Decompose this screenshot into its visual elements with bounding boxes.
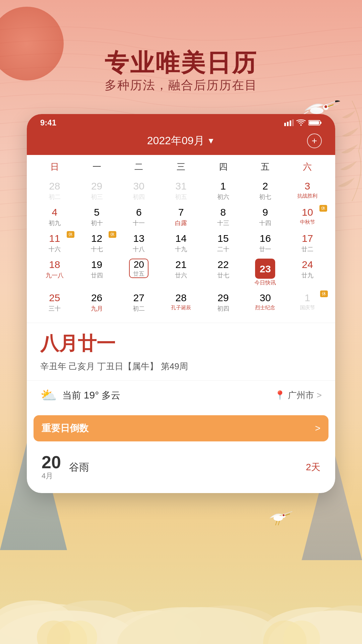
weather-info: 当前 19° 多云 [62, 389, 120, 402]
day-3[interactable]: 3 抗战胜利 [286, 178, 328, 203]
day-25[interactable]: 25 三十 [34, 290, 76, 315]
day-14[interactable]: 14 十九 [160, 230, 202, 255]
svg-point-9 [283, 514, 285, 516]
weather-arrow: > [317, 390, 322, 400]
day-22[interactable]: 22 廿七 [202, 257, 244, 288]
header-thursday: 四 [202, 158, 244, 175]
day-10[interactable]: 休 10 中秋节 [286, 204, 328, 229]
clouds-bottom [0, 503, 362, 644]
rest-badge-12: 休 [109, 231, 116, 238]
crane-bottom [268, 506, 295, 527]
day-31-prev[interactable]: 31 初五 [160, 178, 202, 203]
day-28-prev[interactable]: 28 初二 [34, 178, 76, 203]
svg-point-2 [324, 105, 327, 108]
day-9[interactable]: 9 十四 [244, 204, 287, 229]
location-pin-icon: 📍 [275, 390, 285, 400]
week-4: 18 九一八 19 廿四 20 廿五 21 廿六 22 廿七 [34, 257, 328, 288]
svg-rect-35 [309, 121, 319, 124]
svg-rect-30 [290, 120, 291, 126]
app-title: 专业唯美日历 [0, 47, 362, 79]
day-16[interactable]: 16 廿一 [244, 230, 287, 255]
countdown-date: 20 4月 [42, 453, 61, 481]
day-20[interactable]: 20 廿五 [118, 257, 160, 288]
day-19[interactable]: 19 廿四 [76, 257, 118, 288]
week-1: 28 初二 29 初三 30 初四 31 初五 1 初六 2 初七 [34, 178, 328, 203]
svg-point-0 [310, 107, 323, 114]
header-friday: 五 [244, 158, 287, 175]
day-17[interactable]: 17 廿二 [286, 230, 328, 255]
app-subtitle: 多种历法，融合后历历在目 [0, 77, 362, 94]
day-28[interactable]: 28 孔子诞辰 [160, 290, 202, 315]
status-icons [284, 119, 322, 126]
city-name: 广州市 [288, 389, 314, 401]
weather-icon: ⛅ [40, 387, 57, 403]
rest-badge-10: 休 [319, 205, 327, 212]
weather-left: ⛅ 当前 19° 多云 [40, 387, 120, 403]
day-30[interactable]: 30 烈士纪念 [244, 290, 287, 315]
calendar-header: 2022年09月 ▼ + [27, 130, 335, 155]
day-21[interactable]: 21 廿六 [160, 257, 202, 288]
time-display: 9:41 [40, 118, 56, 127]
calendar-month-title[interactable]: 2022年09月 [147, 133, 204, 148]
countdown-title: 重要日倒数 [42, 422, 88, 435]
countdown-header-arrow: > [315, 423, 320, 434]
day-12[interactable]: 休 12 十七 [76, 230, 118, 255]
svg-line-11 [278, 521, 280, 525]
header-monday: 一 [76, 158, 118, 175]
countdown-header[interactable]: 重要日倒数 > [34, 415, 328, 441]
day-1-next[interactable]: 休 1 国庆节 [286, 290, 328, 315]
countdown-item-1[interactable]: 20 4月 谷雨 2天 [34, 447, 328, 488]
week-2: 4 初九 5 初十 6 十一 7 白露 8 十三 9 十四 [34, 204, 328, 229]
svg-line-10 [276, 521, 277, 525]
status-bar: 9:41 [27, 114, 335, 130]
lunar-date-big: 八月廿一 [40, 331, 322, 357]
svg-point-7 [274, 516, 283, 521]
battery-icon [308, 119, 322, 126]
calendar-grid: 日 一 二 三 四 五 六 28 初二 29 初三 30 初四 31 [27, 155, 335, 323]
day-13[interactable]: 13 十八 [118, 230, 160, 255]
month-dropdown-arrow[interactable]: ▼ [207, 136, 215, 146]
countdown-event-name: 谷雨 [69, 461, 298, 474]
signal-icon [284, 119, 294, 126]
day-26[interactable]: 26 九月 [76, 290, 118, 315]
week-3: 休 11 十六 休 12 十七 13 十八 14 十九 15 二十 [34, 230, 328, 255]
weather-section[interactable]: ⛅ 当前 19° 多云 📍 广州市 > [27, 380, 335, 410]
day-2[interactable]: 2 初七 [244, 178, 287, 203]
day-27[interactable]: 27 初二 [118, 290, 160, 315]
week-5: 25 三十 26 九月 27 初二 28 孔子诞辰 29 初四 30 烈士纪念 [34, 290, 328, 315]
day-11[interactable]: 休 11 十六 [34, 230, 76, 255]
day-29-prev[interactable]: 29 初三 [76, 178, 118, 203]
svg-rect-28 [284, 123, 286, 126]
weather-location[interactable]: 📍 广州市 > [275, 389, 322, 401]
lunar-info-section: 八月廿一 辛丑年 己亥月 丁丑日【属牛】 第49周 [27, 323, 335, 380]
header-tuesday: 二 [118, 158, 160, 175]
day-headers: 日 一 二 三 四 五 六 [34, 158, 328, 175]
svg-point-32 [300, 124, 302, 126]
phone-mockup: 9:41 2022年09月 ▼ + [27, 114, 335, 493]
weather-temp: 19° [84, 389, 99, 400]
day-15[interactable]: 15 二十 [202, 230, 244, 255]
weather-prefix: 当前 [62, 390, 81, 400]
day-5[interactable]: 5 初十 [76, 204, 118, 229]
rest-badge-1next: 休 [320, 290, 328, 297]
svg-rect-31 [292, 119, 294, 126]
day-23-today[interactable]: 23 今日快讯 [244, 257, 287, 288]
add-event-button[interactable]: + [307, 133, 322, 148]
day-30-prev[interactable]: 30 初四 [118, 178, 160, 203]
day-24[interactable]: 24 廿九 [286, 257, 328, 288]
countdown-day-number: 20 [42, 453, 61, 471]
countdown-month: 4月 [42, 471, 61, 481]
header-sunday: 日 [34, 158, 76, 175]
wifi-icon [296, 119, 306, 126]
header-wednesday: 三 [160, 158, 202, 175]
day-6[interactable]: 6 十一 [118, 204, 160, 229]
weather-condition: 多云 [102, 390, 120, 400]
day-1[interactable]: 1 初六 [202, 178, 244, 203]
day-7[interactable]: 7 白露 [160, 204, 202, 229]
header-saturday: 六 [286, 158, 328, 175]
day-4[interactable]: 4 初九 [34, 204, 76, 229]
countdown-remaining: 2天 [306, 461, 320, 474]
day-8[interactable]: 8 十三 [202, 204, 244, 229]
day-18[interactable]: 18 九一八 [34, 257, 76, 288]
day-29[interactable]: 29 初四 [202, 290, 244, 315]
